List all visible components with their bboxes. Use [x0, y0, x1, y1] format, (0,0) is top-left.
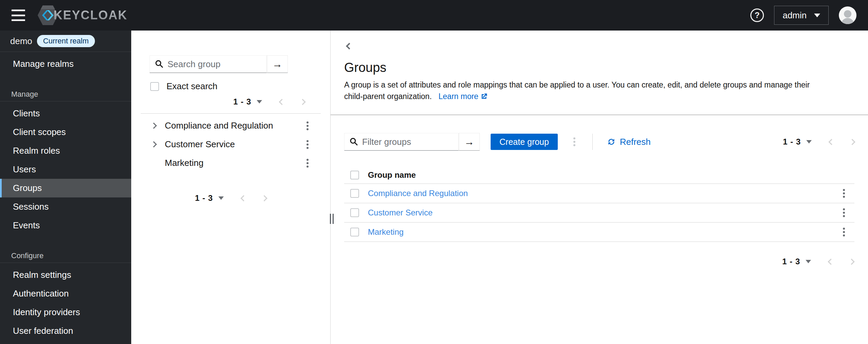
- groups-table: Group name Compliance and Regulation Cus…: [344, 166, 854, 242]
- pagination-next-icon[interactable]: [299, 99, 305, 105]
- table-row: Customer Service: [344, 203, 854, 223]
- page-description: A group is a set of attributes and role …: [344, 79, 826, 102]
- kebab-menu-icon[interactable]: [305, 139, 310, 150]
- username: admin: [783, 10, 807, 21]
- learn-more-link[interactable]: Learn more: [438, 92, 488, 101]
- section-divider: [331, 114, 868, 115]
- tree-pagination-top: 1 - 3: [233, 97, 305, 107]
- tree-item: Customer Service: [131, 135, 330, 154]
- pagination-prev-icon[interactable]: [828, 139, 834, 145]
- pagination-menu-caret-icon[interactable]: [806, 140, 812, 144]
- masthead: KEYCLOAK ? admin: [0, 0, 868, 31]
- chevron-spacer: [151, 160, 157, 166]
- search-group-input[interactable]: [150, 55, 267, 73]
- sidebar-item-groups[interactable]: Groups: [0, 179, 131, 197]
- sidebar-nav: demo Current realm Manage realms Manage …: [0, 31, 131, 344]
- panel-resize-handle[interactable]: [330, 214, 334, 224]
- table-header-row: Group name: [344, 166, 854, 184]
- tree-item-label[interactable]: Compliance and Regulation: [165, 120, 273, 131]
- toolbar-divider: [592, 134, 593, 150]
- chevron-down-icon: [814, 14, 820, 17]
- search-submit-arrow-icon[interactable]: →: [267, 55, 288, 73]
- pagination-prev-icon[interactable]: [828, 259, 834, 265]
- pagination-range: 1 - 3: [782, 257, 800, 266]
- user-dropdown[interactable]: admin: [774, 6, 829, 25]
- pagination-menu-caret-icon[interactable]: [218, 196, 224, 200]
- sidebar-item-clients[interactable]: Clients: [0, 104, 131, 123]
- filter-groups-search: →: [344, 133, 480, 151]
- tree-item: Marketing: [131, 154, 330, 172]
- row-kebab-menu-icon[interactable]: [842, 188, 846, 199]
- group-search: →: [150, 55, 288, 73]
- page-title: Groups: [344, 60, 854, 75]
- row-checkbox[interactable]: [350, 228, 359, 236]
- refresh-label: Refresh: [620, 137, 651, 147]
- help-icon[interactable]: ?: [750, 8, 764, 22]
- sidebar-item-sessions[interactable]: Sessions: [0, 197, 131, 216]
- sidebar-item-users[interactable]: Users: [0, 160, 131, 179]
- group-link[interactable]: Compliance and Regulation: [368, 189, 468, 198]
- pagination-range: 1 - 3: [783, 137, 801, 147]
- sidebar-item-realm-roles[interactable]: Realm roles: [0, 141, 131, 160]
- refresh-icon: [607, 137, 616, 146]
- filter-groups-input[interactable]: [344, 133, 459, 151]
- avatar[interactable]: [839, 6, 856, 24]
- pagination-prev-icon[interactable]: [279, 99, 285, 105]
- realm-selector[interactable]: demo Current realm: [0, 31, 131, 52]
- refresh-button[interactable]: Refresh: [607, 137, 651, 147]
- group-tree-panel: → Exact search 1 - 3 Compliance and Regu…: [131, 31, 331, 344]
- section-label-manage: Manage: [0, 88, 131, 101]
- sidebar-item-manage-realms[interactable]: Manage realms: [0, 55, 131, 73]
- main-content: Groups A group is a set of attributes an…: [331, 31, 868, 344]
- pagination-range: 1 - 3: [233, 97, 251, 107]
- sidebar-item-authentication[interactable]: Authentication: [0, 284, 131, 303]
- groups-toolbar: → Create group Refresh 1 - 3: [344, 133, 854, 151]
- nav-toggle-hamburger-icon[interactable]: [12, 9, 25, 21]
- sidebar-item-realm-settings[interactable]: Realm settings: [0, 266, 131, 284]
- sidebar-item-client-scopes[interactable]: Client scopes: [0, 123, 131, 141]
- expand-chevron-icon[interactable]: [151, 141, 157, 147]
- panel-divider: [141, 113, 321, 114]
- brand-text: KEYCLOAK: [54, 8, 127, 22]
- tree-item: Compliance and Regulation: [131, 116, 330, 135]
- kebab-menu-icon[interactable]: [305, 157, 310, 169]
- select-all-checkbox[interactable]: [350, 171, 359, 179]
- toolbar-kebab-menu-icon[interactable]: [572, 136, 577, 148]
- column-header-group-name: Group name: [368, 170, 416, 180]
- create-group-button[interactable]: Create group: [491, 134, 558, 150]
- kebab-menu-icon[interactable]: [305, 120, 310, 132]
- row-kebab-menu-icon[interactable]: [842, 207, 846, 218]
- group-link[interactable]: Marketing: [368, 227, 403, 237]
- collapse-panel-chevron-icon[interactable]: [344, 41, 354, 52]
- pagination-next-icon[interactable]: [848, 259, 854, 265]
- row-checkbox[interactable]: [350, 189, 359, 198]
- exact-search-label[interactable]: Exact search: [166, 81, 217, 92]
- tree-item-label[interactable]: Customer Service: [165, 139, 235, 150]
- table-row: Marketing: [344, 223, 854, 242]
- keycloak-logo: KEYCLOAK: [37, 4, 127, 26]
- table-row: Compliance and Regulation: [344, 184, 854, 203]
- sidebar-item-events[interactable]: Events: [0, 216, 131, 235]
- section-label-configure: Configure: [0, 249, 131, 263]
- pagination-prev-icon[interactable]: [240, 195, 246, 201]
- pagination-range: 1 - 3: [195, 193, 213, 203]
- pagination-next-icon[interactable]: [261, 195, 267, 201]
- exact-search-checkbox[interactable]: [150, 82, 159, 91]
- pagination-menu-caret-icon[interactable]: [257, 100, 262, 103]
- current-realm-badge: Current realm: [37, 35, 95, 47]
- pagination-next-icon[interactable]: [849, 139, 855, 145]
- tree-pagination-bottom: 1 - 3: [195, 193, 267, 203]
- row-checkbox[interactable]: [350, 208, 359, 217]
- external-link-icon: [480, 93, 488, 100]
- sidebar-item-identity-providers[interactable]: Identity providers: [0, 303, 131, 322]
- realm-name: demo: [10, 36, 32, 46]
- table-pagination-bottom: 1 - 3: [782, 257, 854, 266]
- row-kebab-menu-icon[interactable]: [842, 226, 846, 238]
- group-link[interactable]: Customer Service: [368, 208, 433, 217]
- pagination-menu-caret-icon[interactable]: [806, 260, 811, 263]
- tree-item-label[interactable]: Marketing: [165, 158, 203, 168]
- table-pagination-top: 1 - 3: [783, 137, 854, 147]
- sidebar-item-user-federation[interactable]: User federation: [0, 322, 131, 340]
- expand-chevron-icon[interactable]: [151, 122, 157, 129]
- filter-submit-arrow-icon[interactable]: →: [459, 133, 480, 151]
